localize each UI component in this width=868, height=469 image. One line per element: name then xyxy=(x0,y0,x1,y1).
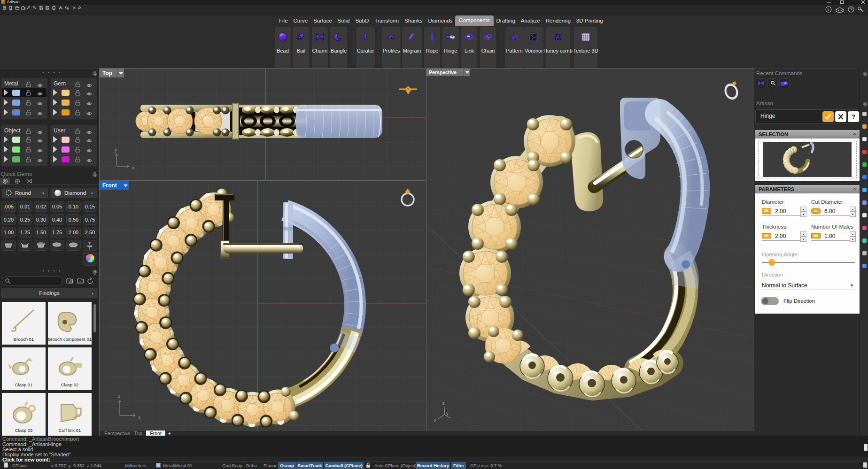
svg-text:Curator: Curator xyxy=(357,48,374,54)
svg-text:y: y xyxy=(115,147,117,153)
svg-text:x: x xyxy=(138,415,141,420)
svg-text:Bead: Bead xyxy=(277,48,289,54)
svg-text:x: x xyxy=(434,418,436,423)
svg-text:Chain: Chain xyxy=(481,48,495,54)
svg-text:Top: Top xyxy=(102,70,112,77)
svg-text:Charm: Charm xyxy=(312,48,327,54)
svg-text:Bangle: Bangle xyxy=(331,48,347,54)
svg-text:Rope: Rope xyxy=(426,48,438,54)
svg-text:Texture 3D: Texture 3D xyxy=(573,48,598,54)
svg-text:y: y xyxy=(446,411,449,416)
svg-text:Voronoi: Voronoi xyxy=(525,48,542,54)
svg-text:Honey comb: Honey comb xyxy=(543,48,573,54)
svg-text:z: z xyxy=(442,401,445,406)
svg-text:Link: Link xyxy=(465,48,474,54)
svg-text:Profiles: Profiles xyxy=(383,48,400,54)
svg-text:x: x xyxy=(132,165,135,170)
svg-text:Front: Front xyxy=(102,182,117,189)
svg-text:Milgrain: Milgrain xyxy=(403,48,421,54)
svg-text:Hinge: Hinge xyxy=(444,48,457,54)
svg-text:z: z xyxy=(118,393,121,399)
svg-text:Bail: Bail xyxy=(297,48,305,54)
svg-text:Perspective: Perspective xyxy=(429,69,457,75)
svg-text:Pattern: Pattern xyxy=(506,48,522,54)
